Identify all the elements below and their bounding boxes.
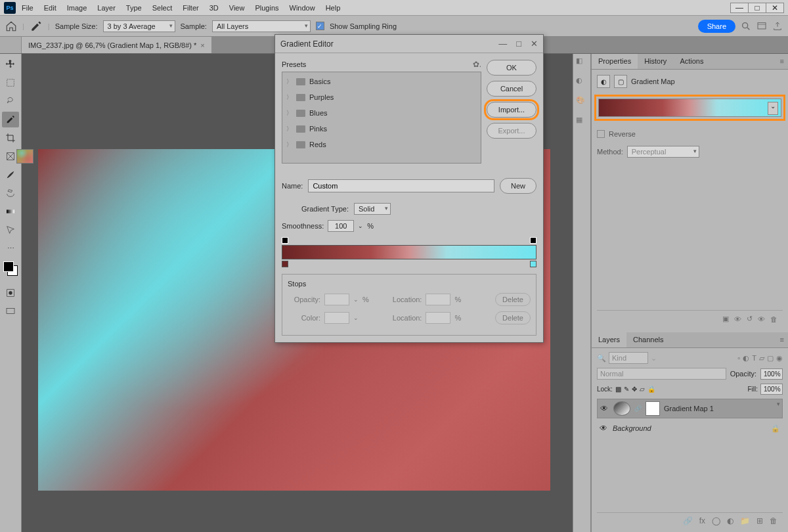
document-tab[interactable]: IMG_2337.jpg @ 66,7% (Gradient Map 1, RG…: [22, 37, 211, 53]
tab-history[interactable]: History: [638, 54, 673, 69]
gradient-tool[interactable]: [2, 204, 19, 219]
blend-mode-select[interactable]: Normal: [597, 368, 726, 380]
import-button[interactable]: Import...: [487, 102, 536, 118]
layer-background[interactable]: 👁 Background 🔒: [597, 418, 783, 438]
menu-image[interactable]: Image: [62, 3, 92, 13]
quickmask-tool[interactable]: [2, 285, 19, 301]
preset-folder-pinks[interactable]: 〉Pinks: [284, 121, 479, 137]
mask-new-icon[interactable]: ◯: [712, 516, 720, 525]
lock-trans-icon[interactable]: ▩: [615, 386, 621, 393]
window-maximize[interactable]: □: [748, 3, 766, 13]
lock-art-icon[interactable]: ▱: [640, 386, 645, 393]
menu-file[interactable]: File: [17, 3, 38, 13]
preset-folder-basics[interactable]: 〉Basics: [284, 74, 479, 89]
menu-3d[interactable]: 3D: [205, 3, 223, 13]
panel-icon-3[interactable]: 🎨: [576, 96, 588, 108]
tab-properties[interactable]: Properties: [592, 54, 638, 69]
lock-icon[interactable]: 🔒: [771, 424, 780, 433]
search-icon[interactable]: [741, 21, 751, 32]
layer-visibility-icon[interactable]: 👁: [600, 404, 609, 413]
crop-tool[interactable]: [2, 130, 19, 146]
menu-edit[interactable]: Edit: [39, 3, 61, 13]
layer-kind-filter[interactable]: Kind: [609, 352, 648, 364]
workspace-icon[interactable]: [756, 21, 767, 32]
adjustment-new-icon[interactable]: ◐: [727, 516, 733, 525]
layer-new-icon[interactable]: ⊞: [756, 516, 763, 525]
filter-smart-icon[interactable]: ▢: [767, 354, 774, 363]
opacity-delete-button[interactable]: Delete: [495, 293, 531, 306]
group-new-icon[interactable]: 📁: [740, 516, 750, 525]
new-button[interactable]: New: [500, 178, 536, 194]
layer-name[interactable]: Background: [613, 424, 651, 432]
move-tool[interactable]: [2, 56, 19, 72]
layer-trash-icon[interactable]: 🗑: [770, 516, 777, 525]
show-ring-checkbox[interactable]: ✓: [316, 22, 324, 30]
menu-window[interactable]: Window: [285, 3, 320, 13]
window-close[interactable]: ✕: [766, 3, 784, 13]
preset-folder-blues[interactable]: 〉Blues: [284, 105, 479, 121]
close-tab-icon[interactable]: ×: [200, 41, 204, 49]
filter-toggle[interactable]: ◉: [776, 354, 783, 363]
panel-icon-4[interactable]: ▦: [576, 116, 588, 127]
export-button[interactable]: Export...: [487, 123, 536, 139]
color-swatches[interactable]: [3, 261, 18, 276]
gradient-preview[interactable]: [598, 99, 781, 117]
panel-icon-1[interactable]: ◧: [576, 56, 588, 68]
sample-size-select[interactable]: 3 by 3 Average: [103, 20, 175, 32]
clip-icon[interactable]: ▣: [722, 315, 729, 323]
dialog-maximize[interactable]: □: [516, 39, 521, 49]
menu-filter[interactable]: Filter: [178, 3, 203, 13]
layers-menu-icon[interactable]: ≡: [776, 332, 788, 347]
reverse-checkbox[interactable]: [597, 130, 605, 138]
dialog-titlebar[interactable]: Gradient Editor — □ ✕: [275, 35, 543, 53]
panel-icon-2[interactable]: ◐: [576, 76, 588, 88]
ok-button[interactable]: OK: [487, 60, 536, 76]
filter-shape-icon[interactable]: ▱: [759, 354, 764, 363]
color-stop-right[interactable]: [530, 261, 536, 267]
layer-gradient-map[interactable]: 👁 🔗 Gradient Map 1: [597, 399, 783, 418]
opacity-stop-right[interactable]: [530, 237, 536, 244]
fill-value[interactable]: 100%: [760, 384, 783, 395]
preset-folder-purples[interactable]: 〉Purples: [284, 89, 479, 105]
menu-plugins[interactable]: Plugins: [250, 3, 283, 13]
filter-adjust-icon[interactable]: ◐: [743, 354, 749, 363]
more-tools[interactable]: ⋯: [2, 240, 19, 256]
dialog-minimize[interactable]: —: [498, 39, 507, 49]
link-layers-icon[interactable]: 🔗: [683, 516, 693, 525]
presets-list[interactable]: 〉Basics 〉Purples 〉Blues 〉Pinks 〉Reds: [282, 72, 481, 164]
home-icon[interactable]: [5, 20, 17, 32]
visibility-icon[interactable]: 👁: [758, 315, 765, 323]
presets-gear-icon[interactable]: ✿.: [473, 60, 481, 69]
lock-all-icon[interactable]: 🔒: [647, 386, 655, 393]
clone-tool[interactable]: [2, 185, 19, 201]
opacity-stop-input[interactable]: [324, 294, 349, 305]
lasso-tool[interactable]: [2, 93, 19, 109]
layer-visibility-icon[interactable]: 👁: [600, 424, 609, 433]
eyedropper-icon[interactable]: [30, 20, 43, 33]
filter-type-icon[interactable]: T: [752, 354, 756, 362]
tab-layers[interactable]: Layers: [592, 332, 626, 347]
menu-view[interactable]: View: [225, 3, 250, 13]
preset-folder-reds[interactable]: 〉Reds: [284, 137, 479, 152]
tab-channels[interactable]: Channels: [626, 332, 670, 347]
trash-icon[interactable]: 🗑: [770, 315, 777, 323]
window-minimize[interactable]: —: [730, 3, 749, 13]
share-button[interactable]: Share: [698, 20, 735, 33]
export-icon[interactable]: [772, 21, 783, 32]
color-location-input[interactable]: [426, 312, 450, 324]
menu-type[interactable]: Type: [121, 3, 146, 13]
menu-layer[interactable]: Layer: [93, 3, 120, 13]
fx-icon[interactable]: fx: [699, 516, 705, 525]
lock-pos-icon[interactable]: ✥: [632, 386, 637, 393]
gradient-editor-bar[interactable]: [282, 237, 536, 271]
screenmode-tool[interactable]: [2, 303, 19, 319]
lock-paint-icon[interactable]: ✎: [624, 386, 629, 393]
layer-mask-thumb[interactable]: [646, 401, 660, 416]
opacity-location-input[interactable]: [426, 294, 450, 305]
eyedropper-tool[interactable]: [2, 112, 19, 127]
opacity-stop-left[interactable]: [282, 237, 288, 244]
filter-pixel-icon[interactable]: ▫: [737, 354, 740, 362]
menu-select[interactable]: Select: [148, 3, 177, 13]
cancel-button[interactable]: Cancel: [487, 81, 536, 97]
menu-help[interactable]: Help: [321, 3, 345, 13]
